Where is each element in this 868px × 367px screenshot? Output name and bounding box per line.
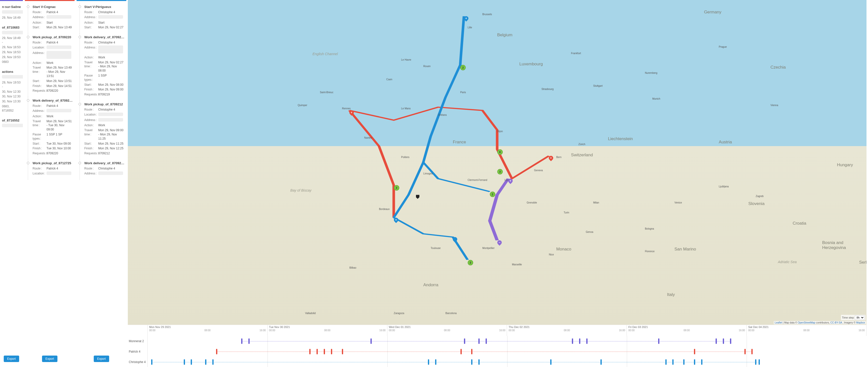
export-button[interactable]: Export bbox=[4, 356, 20, 362]
timeline-event[interactable] bbox=[486, 338, 487, 344]
country-label: Germany bbox=[704, 10, 721, 15]
export-button[interactable]: Export bbox=[42, 356, 58, 362]
timeline-day: Thu Dec 02 202100:0008:0016:00 bbox=[507, 325, 627, 336]
map-pin[interactable]: + bbox=[393, 217, 399, 223]
cluster-marker[interactable]: 2 bbox=[490, 192, 495, 197]
timestep-select[interactable]: 8h bbox=[855, 315, 865, 320]
route-step[interactable]: of_871068329, Nov 18:49 -29, Nov 18:5329… bbox=[2, 24, 21, 68]
map[interactable]: Leaflet | Map data © OpenStreetMap contr… bbox=[128, 0, 867, 325]
field-label: Start bbox=[84, 83, 98, 87]
timeline-event[interactable] bbox=[461, 349, 462, 354]
timeline-event[interactable] bbox=[478, 359, 479, 365]
timeline-event[interactable] bbox=[205, 359, 206, 365]
export-button[interactable]: Export bbox=[94, 356, 110, 362]
route-step[interactable]: Work pickup_of_8712725RoutePatrick 4Loca… bbox=[28, 159, 72, 180]
field-label: Requests bbox=[33, 151, 46, 156]
timeline-event[interactable] bbox=[471, 349, 472, 354]
timeline-event[interactable] bbox=[579, 338, 580, 344]
map-pin[interactable]: + bbox=[349, 109, 355, 116]
mapbox-link[interactable]: Mapbox bbox=[856, 321, 865, 324]
timeline-event[interactable] bbox=[600, 359, 602, 365]
map-pin[interactable]: − bbox=[496, 239, 502, 245]
timeline-event[interactable] bbox=[672, 359, 674, 365]
timeline-event[interactable] bbox=[744, 349, 746, 354]
timeline-event[interactable] bbox=[572, 338, 573, 344]
field-value: Christophe 4 bbox=[98, 10, 115, 14]
timeline-event[interactable] bbox=[586, 338, 588, 344]
leaflet-link[interactable]: Leaflet bbox=[775, 321, 782, 324]
route-step[interactable]: n-sur-Saône29, Nov 18:49 bbox=[2, 3, 21, 24]
route-body[interactable]: Start V-CognacRoutePatrick 4AddressActio… bbox=[25, 1, 74, 353]
route-step[interactable]: Work pickup_of_8709212RouteChristophe 4L… bbox=[80, 100, 124, 159]
timeline-event[interactable] bbox=[730, 338, 731, 344]
map-pin[interactable]: + bbox=[463, 15, 469, 22]
timeline-event[interactable] bbox=[316, 349, 318, 354]
timeline-event[interactable] bbox=[241, 338, 242, 344]
cluster-marker[interactable]: 8 bbox=[497, 149, 503, 155]
timeline-event[interactable] bbox=[716, 338, 717, 344]
map-pin[interactable]: + bbox=[548, 155, 554, 161]
field-row: ActionWork bbox=[33, 61, 72, 65]
cluster-marker[interactable]: 3 bbox=[497, 169, 503, 174]
map-pin[interactable] bbox=[452, 236, 458, 242]
city-label: Turin bbox=[564, 211, 569, 214]
timeline-event[interactable] bbox=[370, 338, 372, 344]
timeline-event[interactable] bbox=[184, 359, 185, 365]
timeline-grid[interactable]: Mon Nov 29 202100:0008:0016:00Tue Nov 30… bbox=[148, 325, 867, 367]
route-body[interactable]: Start V-PérigueuxRouteChristophe 4Addres… bbox=[76, 1, 126, 353]
timeline-event[interactable] bbox=[151, 359, 152, 365]
timeline-event[interactable] bbox=[191, 359, 192, 365]
route-step[interactable]: of_8716552 bbox=[2, 116, 21, 132]
route-step[interactable]: Start V-CognacRoutePatrick 4AddressActio… bbox=[28, 3, 72, 33]
city-label: Nantes bbox=[364, 136, 372, 139]
timeline-event[interactable] bbox=[751, 349, 753, 354]
city-label: Munich bbox=[652, 97, 660, 100]
timeline-event[interactable] bbox=[435, 359, 436, 365]
timeline-event[interactable] bbox=[723, 338, 724, 344]
timeline-event[interactable] bbox=[428, 359, 429, 365]
timeline-event[interactable] bbox=[658, 338, 659, 344]
field-value: Mon 29, Nov 09:00 bbox=[98, 88, 123, 92]
timeline-line bbox=[151, 362, 758, 362]
route-step[interactable]: Work delivery_of_8709220RoutePatrick 4Ad… bbox=[28, 97, 72, 159]
timeline-event[interactable] bbox=[471, 359, 472, 365]
route-step[interactable]: Start V-PérigueuxRouteChristophe 4Addres… bbox=[80, 3, 124, 33]
field-value: Mon 29, Nov 14:51 - Tue 30, Nov 09:00 bbox=[46, 119, 72, 132]
city-label: Limoges bbox=[423, 172, 433, 175]
timeline-event[interactable] bbox=[464, 338, 465, 344]
field-value: Mon 29, Nov 08:00 bbox=[98, 83, 123, 87]
timeline-event[interactable] bbox=[755, 359, 756, 365]
osm-link[interactable]: OpenStreetMap bbox=[798, 321, 815, 324]
timeline-event[interactable] bbox=[331, 349, 332, 354]
country-label: Belgium bbox=[497, 33, 513, 37]
timeline-hour: 16:00 bbox=[379, 329, 385, 332]
route-body[interactable]: n-sur-Saône29, Nov 18:49of_871068329, No… bbox=[0, 1, 23, 353]
timeline-event[interactable] bbox=[342, 349, 343, 354]
cc-link[interactable]: CC-BY-SA bbox=[831, 321, 842, 324]
timeline-event[interactable] bbox=[694, 349, 695, 354]
timeline-event[interactable] bbox=[665, 359, 666, 365]
timeline-event[interactable] bbox=[683, 359, 684, 365]
route-step[interactable]: Work delivery_of_8709219RouteChristophe … bbox=[80, 33, 124, 100]
field-value: Work bbox=[98, 123, 105, 128]
route-step[interactable]: actions29, Nov 19:53 -30, Nov 12:3030, N… bbox=[2, 68, 21, 116]
field-value-line: 29, Nov 18:53 bbox=[2, 45, 21, 49]
timeline-event[interactable] bbox=[216, 349, 217, 354]
timeline-event[interactable] bbox=[324, 349, 325, 354]
timeline-event[interactable] bbox=[309, 349, 311, 354]
timeline-event[interactable] bbox=[701, 359, 703, 365]
timeline-event[interactable] bbox=[550, 359, 552, 365]
field-row: RoutePatrick 4 bbox=[33, 166, 72, 171]
timeline-event[interactable] bbox=[248, 338, 250, 344]
cluster-marker[interactable]: 3 bbox=[394, 185, 399, 191]
country-label: France bbox=[453, 140, 466, 145]
timeline-event[interactable] bbox=[758, 359, 760, 365]
route-step[interactable]: Work pickup_of_8709220RoutePatrick 4Loca… bbox=[28, 33, 72, 97]
timeline-day: Sat Dec 04 202100:0008:0016:00 bbox=[747, 325, 867, 336]
timeline-event[interactable] bbox=[212, 359, 214, 365]
timeline-event[interactable] bbox=[478, 338, 479, 344]
cluster-marker[interactable]: 2 bbox=[460, 65, 466, 70]
timeline-event[interactable] bbox=[694, 359, 695, 365]
cluster-marker[interactable]: 3 bbox=[468, 260, 473, 265]
route-step[interactable]: Work delivery_of_8709212RouteChristophe … bbox=[80, 159, 124, 180]
